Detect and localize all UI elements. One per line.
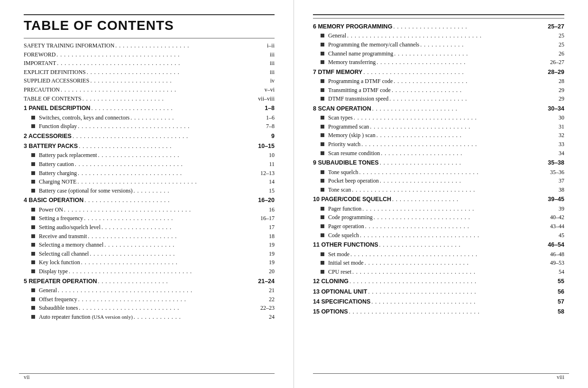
toc-heading-entry: 4 BASIC OPERATION . . . . . . . . . . . …: [24, 196, 275, 205]
toc-heading-entry: 13 OPTIONAL UNIT . . . . . . . . . . . .…: [313, 287, 564, 296]
toc-heading-entry: 14 SPECIFICATIONS . . . . . . . . . . . …: [313, 297, 564, 306]
toc-sub-entry: Scan types . . . . . . . . . . . . . . .…: [313, 113, 564, 122]
bullet-icon: [31, 269, 35, 273]
bullet-icon: [31, 225, 35, 229]
toc-heading-entry: 15 OPTIONS . . . . . . . . . . . . . . .…: [313, 307, 564, 316]
toc-sub-entry: Battery charging . . . . . . . . . . . .…: [24, 169, 275, 178]
toc-sub-entry: Set mode . . . . . . . . . . . . . . . .…: [313, 250, 564, 259]
bullet-icon: [31, 171, 35, 175]
bullet-icon: [321, 79, 324, 83]
bullet-icon: [321, 215, 324, 219]
toc-heading-entry: 1 PANEL DESCRIPTION . . . . . . . . . . …: [24, 104, 275, 113]
toc-sub-entry: Setting a frequency . . . . . . . . . . …: [24, 214, 275, 223]
bullet-icon: [321, 207, 324, 211]
toc-sub-entry: Programming the memory/call channels . .…: [313, 40, 564, 49]
toc-sub-entry: Power ON . . . . . . . . . . . . . . . .…: [24, 205, 275, 214]
bullet-icon: [31, 260, 35, 264]
bullet-icon: [321, 52, 324, 55]
toc-section-left: SAFETY TRAINING INFORMATION . . . . . . …: [24, 38, 275, 321]
toc-sub-entry: Display type . . . . . . . . . . . . . .…: [24, 267, 275, 276]
bullet-icon: [31, 315, 35, 319]
toc-heading-entry: 10 PAGER/CODE SQUELCH . . . . . . . . . …: [313, 195, 564, 204]
bullet-icon: [321, 233, 324, 237]
toc-sub-entry: Subaudible tones . . . . . . . . . . . .…: [24, 304, 275, 313]
bullet-icon: [31, 180, 35, 184]
page-number-right: viii: [557, 374, 564, 381]
toc-entry: SAFETY TRAINING INFORMATION . . . . . . …: [24, 41, 275, 50]
toc-heading-entry: 7 DTMF MEMORY . . . . . . . . . . . . . …: [313, 68, 564, 77]
toc-sub-entry: Selecting a memory channel . . . . . . .…: [24, 240, 275, 249]
toc-sub-entry: Tone squelch . . . . . . . . . . . . . .…: [313, 168, 564, 177]
toc-sub-entry: Programmed scan . . . . . . . . . . . . …: [313, 122, 564, 131]
toc-section-right: 6 MEMORY PROGRAMMING . . . . . . . . . .…: [313, 18, 564, 317]
toc-heading-entry: 3 BATTERY PACKS . . . . . . . . . . . . …: [24, 142, 275, 151]
right-page: 6 MEMORY PROGRAMMING . . . . . . . . . .…: [294, 0, 588, 388]
toc-sub-entry: Battery pack replacement . . . . . . . .…: [24, 151, 275, 160]
toc-entry: SUPPLIED ACCESSORIES . . . . . . . . . .…: [24, 76, 275, 85]
toc-heading-entry: 5 REPEATER OPERATION . . . . . . . . . .…: [24, 277, 275, 286]
bullet-icon: [321, 179, 324, 183]
bullet-icon: [31, 216, 35, 220]
toc-sub-entry: Receive and transmit . . . . . . . . . .…: [24, 232, 275, 241]
page-title: TABLE OF CONTENTS: [24, 18, 275, 33]
bullet-icon: [321, 142, 324, 146]
toc-sub-entry: Battery case (optional for some versions…: [24, 186, 275, 195]
bullet-icon: [321, 224, 324, 228]
toc-heading-entry: 2 ACCESSORIES . . . . . . . . . . . . . …: [24, 132, 275, 141]
bullet-icon: [321, 88, 324, 92]
bullet-icon: [31, 252, 35, 256]
toc-heading-entry: 8 SCAN OPERATION . . . . . . . . . . . .…: [313, 104, 564, 113]
toc-sub-entry: Battery caution . . . . . . . . . . . . …: [24, 160, 275, 169]
bullet-icon: [321, 97, 324, 101]
toc-sub-entry: Pocket beep operation . . . . . . . . . …: [313, 176, 564, 185]
top-rule-left: [24, 14, 275, 15]
toc-sub-entry: Memory (skip ) scan . . . . . . . . . . …: [313, 131, 564, 140]
toc-sub-entry: Tone scan . . . . . . . . . . . . . . . …: [313, 185, 564, 194]
toc-sub-entry: DTMF transmission speed . . . . . . . . …: [313, 94, 564, 103]
toc-sub-entry: Key lock function . . . . . . . . . . . …: [24, 258, 275, 267]
toc-entry: TABLE OF CONTENTS . . . . . . . . . . . …: [24, 94, 275, 103]
bullet-icon: [321, 133, 324, 137]
bullet-icon: [31, 297, 35, 301]
bullet-icon: [31, 208, 35, 212]
bullet-icon: [31, 162, 35, 166]
bullet-icon: [31, 234, 35, 238]
toc-entry: IMPORTANT . . . . . . . . . . . . . . . …: [24, 59, 275, 68]
bullet-icon: [321, 270, 324, 274]
bullet-icon: [321, 188, 324, 192]
bullet-icon: [31, 306, 35, 310]
toc-sub-entry: Offset frequency . . . . . . . . . . . .…: [24, 295, 275, 304]
toc-heading-entry: 6 MEMORY PROGRAMMING . . . . . . . . . .…: [313, 22, 564, 31]
bullet-icon: [31, 189, 35, 193]
bullet-icon: [321, 34, 324, 37]
toc-sub-entry: Function display . . . . . . . . . . . .…: [24, 122, 275, 131]
toc-sub-entry: Transmitting a DTMF code . . . . . . . .…: [313, 86, 564, 95]
bullet-icon: [321, 60, 324, 64]
toc-sub-entry: Pager operation . . . . . . . . . . . . …: [313, 222, 564, 231]
bullet-icon: [31, 124, 35, 128]
toc-sub-entry: Setting audio/squelch level . . . . . . …: [24, 223, 275, 232]
bullet-icon: [31, 153, 35, 157]
toc-sub-entry: General . . . . . . . . . . . . . . . . …: [313, 31, 564, 40]
toc-sub-entry: Auto repeater function (USA version only…: [24, 313, 275, 322]
bullet-icon: [321, 252, 324, 256]
toc-sub-entry: Memory transferring . . . . . . . . . . …: [313, 58, 564, 67]
left-page: TABLE OF CONTENTS SAFETY TRAINING INFORM…: [0, 0, 294, 388]
bullet-icon: [321, 261, 324, 265]
bullet-icon: [31, 116, 35, 120]
bullet-icon: [321, 170, 324, 174]
bullet-icon: [321, 151, 324, 155]
footer-rule-right: [313, 373, 569, 374]
toc-sub-entry: Programming a DTMF code . . . . . . . . …: [313, 77, 564, 86]
bullet-icon: [31, 288, 35, 292]
bullet-icon: [321, 125, 324, 129]
toc-sub-entry: Switches, controls, keys and connectors …: [24, 113, 275, 122]
toc-sub-entry: Pager function . . . . . . . . . . . . .…: [313, 204, 564, 213]
toc-entry: PRECAUTION . . . . . . . . . . . . . . .…: [24, 85, 275, 94]
bullet-icon: [321, 116, 324, 120]
toc-sub-entry: Selecting call channel . . . . . . . . .…: [24, 249, 275, 259]
toc-entry: FOREWORD . . . . . . . . . . . . . . . .…: [24, 50, 275, 59]
toc-sub-entry: Code programming . . . . . . . . . . . .…: [313, 213, 564, 222]
toc-sub-entry: Initial set mode . . . . . . . . . . . .…: [313, 259, 564, 268]
toc-sub-entry: General . . . . . . . . . . . . . . . . …: [24, 286, 275, 295]
